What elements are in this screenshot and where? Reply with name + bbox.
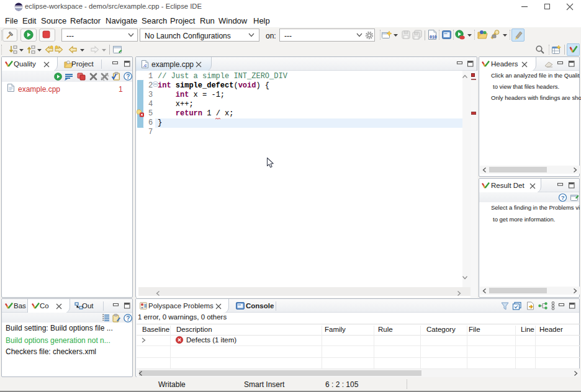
svg-text:?: ? [126, 315, 130, 322]
svg-text:010: 010 [430, 35, 437, 40]
svg-text:?: ? [561, 194, 565, 201]
svg-text:.c: .c [143, 63, 147, 68]
svg-text:?: ? [126, 73, 130, 80]
